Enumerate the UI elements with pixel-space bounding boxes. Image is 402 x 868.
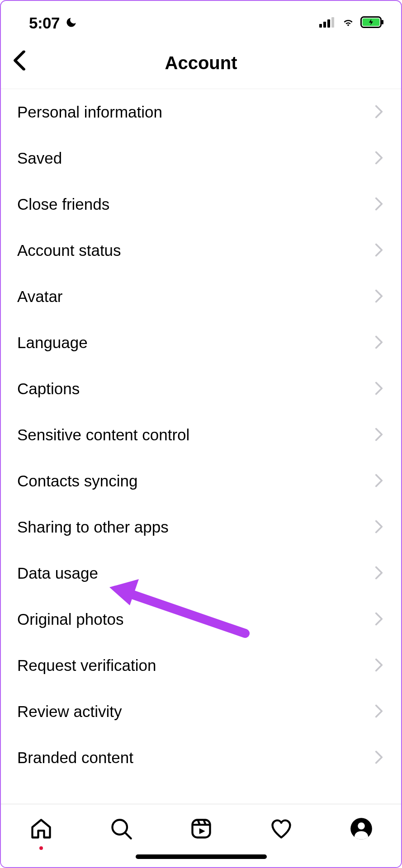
svg-rect-2 [327, 19, 330, 28]
svg-rect-1 [323, 22, 326, 28]
menu-item-account-status[interactable]: Account status [1, 227, 401, 274]
svg-rect-5 [382, 20, 383, 24]
chevron-right-icon [375, 105, 383, 120]
battery-charging-icon [360, 16, 384, 30]
menu-item-label: Avatar [17, 288, 63, 306]
page-header: Account [1, 37, 401, 89]
do-not-disturb-icon [65, 16, 77, 30]
menu-item-sharing-to-other-apps[interactable]: Sharing to other apps [1, 504, 401, 550]
svg-rect-3 [331, 17, 334, 28]
menu-item-saved[interactable]: Saved [1, 135, 401, 181]
chevron-right-icon [375, 335, 383, 350]
svg-line-10 [125, 833, 131, 839]
tab-search[interactable] [109, 817, 133, 842]
status-bar: 5:07 [1, 1, 401, 37]
svg-rect-11 [192, 820, 210, 838]
tab-profile[interactable] [350, 817, 373, 842]
chevron-right-icon [375, 704, 383, 719]
menu-item-label: Data usage [17, 564, 98, 582]
chevron-right-icon [375, 382, 383, 396]
chevron-left-icon [13, 65, 26, 72]
chevron-right-icon [375, 520, 383, 535]
chevron-right-icon [375, 197, 383, 212]
search-icon [109, 817, 133, 842]
menu-item-review-activity[interactable]: Review activity [1, 689, 401, 735]
chevron-right-icon [375, 428, 383, 443]
menu-item-request-verification[interactable]: Request verification [1, 642, 401, 689]
wifi-icon [341, 17, 356, 29]
profile-icon [350, 817, 373, 842]
menu-item-branded-content[interactable]: Branded content [1, 735, 401, 781]
chevron-right-icon [375, 750, 383, 765]
home-indicator [136, 854, 267, 859]
chevron-right-icon [375, 474, 383, 489]
menu-item-label: Contacts syncing [17, 472, 138, 490]
menu-item-label: Personal information [17, 103, 162, 121]
svg-rect-0 [319, 24, 322, 28]
menu-item-label: Close friends [17, 195, 109, 213]
menu-item-label: Branded content [17, 749, 133, 767]
menu-item-sensitive-content-control[interactable]: Sensitive content control [1, 412, 401, 458]
menu-item-label: Language [17, 334, 88, 352]
chevron-right-icon [375, 243, 383, 258]
menu-item-label: Captions [17, 380, 80, 398]
menu-item-personal-information[interactable]: Personal information [1, 89, 401, 135]
tab-home[interactable] [29, 817, 53, 850]
menu-item-label: Review activity [17, 703, 122, 721]
tab-home-notification-dot [39, 846, 43, 850]
menu-item-label: Sharing to other apps [17, 518, 169, 536]
menu-item-label: Original photos [17, 610, 123, 628]
menu-item-contacts-syncing[interactable]: Contacts syncing [1, 458, 401, 504]
chevron-right-icon [375, 658, 383, 673]
cellular-signal-icon [319, 17, 336, 29]
chevron-right-icon [375, 151, 383, 166]
tab-activity[interactable] [270, 817, 293, 842]
menu-item-label: Request verification [17, 656, 156, 675]
menu-item-avatar[interactable]: Avatar [1, 274, 401, 320]
status-time: 5:07 [29, 14, 60, 32]
chevron-right-icon [375, 612, 383, 627]
status-bar-right [319, 16, 384, 30]
home-icon [29, 817, 53, 842]
menu-item-label: Account status [17, 241, 121, 259]
heart-icon [270, 817, 293, 842]
back-button[interactable] [9, 47, 30, 75]
menu-item-label: Saved [17, 149, 62, 167]
menu-item-data-usage[interactable]: Data usage [1, 550, 401, 596]
chevron-right-icon [375, 566, 383, 581]
menu-item-language[interactable]: Language [1, 320, 401, 366]
menu-item-captions[interactable]: Captions [1, 366, 401, 412]
svg-point-16 [358, 822, 365, 830]
page-title: Account [165, 53, 237, 73]
menu-item-label: Sensitive content control [17, 426, 189, 444]
chevron-right-icon [375, 289, 383, 304]
reels-icon [189, 817, 213, 842]
tab-reels[interactable] [189, 817, 213, 842]
status-bar-left: 5:07 [29, 14, 77, 32]
menu-item-close-friends[interactable]: Close friends [1, 181, 401, 227]
account-menu-list: Personal information Saved Close friends… [1, 89, 401, 781]
menu-item-original-photos[interactable]: Original photos [1, 596, 401, 642]
